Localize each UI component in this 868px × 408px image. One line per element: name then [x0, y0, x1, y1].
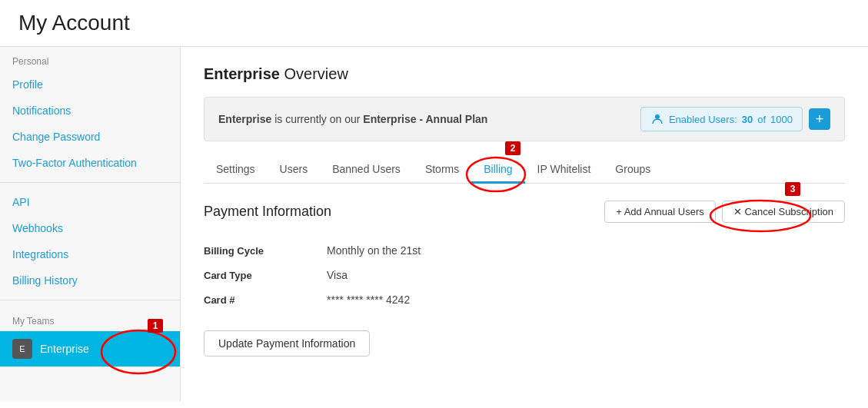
sidebar-item-billing-history[interactable]: Billing History — [0, 267, 180, 294]
payment-header: Payment Information + Add Annual Users ✕… — [204, 201, 845, 223]
tab-ip-whitelist[interactable]: IP Whitelist — [525, 157, 604, 184]
cancel-subscription-button[interactable]: ✕ Cancel Subscription — [722, 201, 845, 223]
page-title: My Account — [18, 11, 850, 35]
banner-right: Enabled Users: 30 of 1000 + — [640, 107, 830, 131]
sidebar-item-webhooks[interactable]: Webhooks — [0, 215, 180, 241]
sidebar-item-notifications[interactable]: Notifications — [0, 98, 180, 124]
card-type-value: Visa — [327, 269, 348, 281]
card-number-value: **** **** **** 4242 — [327, 294, 410, 306]
svg-text:3: 3 — [790, 184, 795, 194]
tab-settings[interactable]: Settings — [204, 157, 268, 184]
banner-text: Enterprise is currently on our Enterpris… — [218, 113, 487, 125]
sidebar-item-profile[interactable]: Profile — [0, 71, 180, 98]
page-header: My Account — [0, 0, 868, 47]
team-icon: E — [12, 339, 32, 359]
svg-point-3 — [655, 114, 660, 119]
enabled-count: 30 — [742, 114, 753, 125]
payment-title: Payment Information — [204, 204, 331, 220]
billing-cycle-row: Billing Cycle Monthly on the 21st — [204, 238, 845, 263]
add-users-icon-button[interactable]: + — [809, 108, 830, 130]
sidebar-item-change-password[interactable]: Change Password — [0, 124, 180, 150]
enterprise-banner: Enterprise is currently on our Enterpris… — [204, 97, 845, 141]
section-title: Enterprise Overview — [204, 65, 845, 83]
sidebar-item-enterprise[interactable]: E Enterprise — [0, 331, 180, 367]
enabled-max: 1000 — [770, 114, 793, 125]
person-icon — [650, 112, 664, 126]
enabled-users-label: Enabled Users: — [669, 114, 737, 125]
svg-rect-5 — [505, 141, 520, 155]
card-number-row: Card # **** **** **** 4242 — [204, 287, 845, 312]
tab-billing[interactable]: Billing — [471, 157, 524, 184]
sidebar: Personal Profile Notifications Change Pa… — [0, 47, 181, 401]
card-number-label: Card # — [204, 294, 327, 306]
card-type-label: Card Type — [204, 270, 327, 281]
tab-storms[interactable]: Storms — [413, 157, 471, 184]
team-name: Enterprise — [40, 343, 89, 355]
payment-info-table: Billing Cycle Monthly on the 21st Card T… — [204, 238, 845, 312]
personal-section-label: Personal — [0, 47, 180, 71]
enabled-users-badge: Enabled Users: 30 of 1000 — [640, 107, 803, 131]
main-content: Enterprise Overview Enterprise is curren… — [181, 47, 868, 401]
add-annual-users-button[interactable]: + Add Annual Users — [604, 201, 716, 223]
payment-actions: + Add Annual Users ✕ Cancel Subscription… — [604, 201, 845, 223]
billing-cycle-value: Monthly on the 21st — [327, 244, 421, 257]
tab-banned-users[interactable]: Banned Users — [320, 157, 413, 184]
card-type-row: Card Type Visa — [204, 263, 845, 287]
svg-rect-8 — [785, 182, 800, 196]
layout: Personal Profile Notifications Change Pa… — [0, 47, 868, 401]
svg-text:2: 2 — [510, 143, 516, 154]
sidebar-item-two-factor[interactable]: Two-Factor Authentication — [0, 150, 180, 176]
my-teams-label: My Teams — [0, 307, 180, 331]
sidebar-item-api[interactable]: API — [0, 189, 180, 215]
tabs: Settings Users Banned Users Storms Billi… — [204, 157, 845, 184]
tab-users[interactable]: Users — [268, 157, 321, 184]
update-payment-button[interactable]: Update Payment Information — [204, 330, 370, 357]
sidebar-divider-1 — [0, 182, 180, 183]
sidebar-item-integrations[interactable]: Integrations — [0, 241, 180, 267]
billing-cycle-label: Billing Cycle — [204, 245, 327, 257]
tab-groups[interactable]: Groups — [603, 157, 663, 184]
sidebar-divider-2 — [0, 300, 180, 300]
